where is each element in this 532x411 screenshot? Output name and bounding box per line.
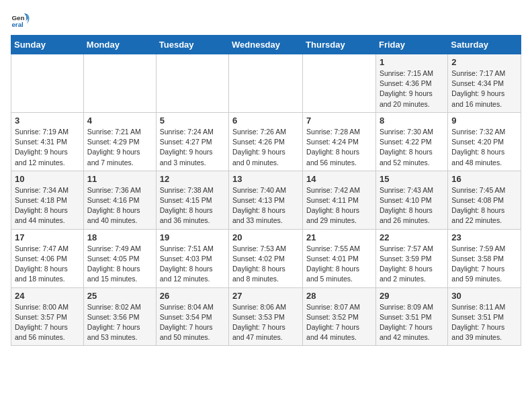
day-info: Sunrise: 7:30 AM Sunset: 4:22 PM Dayligh… <box>380 127 444 168</box>
day-number: 5 <box>160 116 225 126</box>
day-info: Sunrise: 8:02 AM Sunset: 3:56 PM Dayligh… <box>87 302 152 343</box>
calendar-cell: 26Sunrise: 8:04 AM Sunset: 3:54 PM Dayli… <box>156 287 228 346</box>
calendar-week-row: 3Sunrise: 7:19 AM Sunset: 4:31 PM Daylig… <box>11 112 521 171</box>
day-info: Sunrise: 8:09 AM Sunset: 3:51 PM Dayligh… <box>380 302 444 343</box>
calendar-cell: 4Sunrise: 7:21 AM Sunset: 4:29 PM Daylig… <box>83 112 156 171</box>
calendar-cell: 29Sunrise: 8:09 AM Sunset: 3:51 PM Dayli… <box>375 287 447 346</box>
day-info: Sunrise: 7:43 AM Sunset: 4:10 PM Dayligh… <box>380 185 444 226</box>
day-info: Sunrise: 8:06 AM Sunset: 3:53 PM Dayligh… <box>232 302 299 343</box>
day-number: 30 <box>451 291 517 301</box>
calendar-cell: 14Sunrise: 7:42 AM Sunset: 4:11 PM Dayli… <box>303 171 376 229</box>
calendar-week-row: 24Sunrise: 8:00 AM Sunset: 3:57 PM Dayli… <box>11 287 521 346</box>
calendar-cell: 27Sunrise: 8:06 AM Sunset: 3:53 PM Dayli… <box>229 287 303 346</box>
calendar-cell: 9Sunrise: 7:32 AM Sunset: 4:20 PM Daylig… <box>448 112 521 171</box>
calendar-cell: 19Sunrise: 7:51 AM Sunset: 4:03 PM Dayli… <box>156 229 228 287</box>
weekday-header-saturday: Saturday <box>448 36 521 54</box>
day-info: Sunrise: 7:28 AM Sunset: 4:24 PM Dayligh… <box>306 127 372 168</box>
day-number: 13 <box>232 174 299 184</box>
calendar-table: SundayMondayTuesdayWednesdayThursdayFrid… <box>11 35 521 346</box>
day-info: Sunrise: 7:51 AM Sunset: 4:03 PM Dayligh… <box>160 244 225 285</box>
calendar-cell: 15Sunrise: 7:43 AM Sunset: 4:10 PM Dayli… <box>375 171 447 229</box>
day-info: Sunrise: 8:07 AM Sunset: 3:52 PM Dayligh… <box>306 302 372 343</box>
calendar-cell: 16Sunrise: 7:45 AM Sunset: 4:08 PM Dayli… <box>448 171 521 229</box>
day-number: 20 <box>232 232 299 242</box>
weekday-header-wednesday: Wednesday <box>229 36 303 54</box>
calendar-cell <box>83 54 156 113</box>
calendar-cell: 3Sunrise: 7:19 AM Sunset: 4:31 PM Daylig… <box>11 112 84 171</box>
svg-text:eral: eral <box>11 21 24 28</box>
weekday-header-monday: Monday <box>83 36 156 54</box>
calendar-cell: 18Sunrise: 7:49 AM Sunset: 4:05 PM Dayli… <box>83 229 156 287</box>
calendar-cell <box>11 54 84 113</box>
calendar-cell <box>229 54 303 113</box>
day-info: Sunrise: 7:45 AM Sunset: 4:08 PM Dayligh… <box>451 185 517 226</box>
day-number: 19 <box>160 232 225 242</box>
weekday-header-sunday: Sunday <box>11 36 84 54</box>
calendar-week-row: 1Sunrise: 7:15 AM Sunset: 4:36 PM Daylig… <box>11 54 521 113</box>
calendar-week-row: 17Sunrise: 7:47 AM Sunset: 4:06 PM Dayli… <box>11 229 521 287</box>
calendar-cell: 5Sunrise: 7:24 AM Sunset: 4:27 PM Daylig… <box>156 112 228 171</box>
day-info: Sunrise: 7:53 AM Sunset: 4:02 PM Dayligh… <box>232 244 299 285</box>
calendar-cell: 1Sunrise: 7:15 AM Sunset: 4:36 PM Daylig… <box>375 54 447 113</box>
calendar-cell: 7Sunrise: 7:28 AM Sunset: 4:24 PM Daylig… <box>303 112 376 171</box>
day-info: Sunrise: 7:32 AM Sunset: 4:20 PM Dayligh… <box>451 127 517 168</box>
day-number: 7 <box>306 116 372 126</box>
day-number: 28 <box>306 291 372 301</box>
page-header: Gen eral <box>11 11 521 30</box>
day-info: Sunrise: 7:42 AM Sunset: 4:11 PM Dayligh… <box>306 185 372 226</box>
calendar-cell: 11Sunrise: 7:36 AM Sunset: 4:16 PM Dayli… <box>83 171 156 229</box>
calendar-cell: 13Sunrise: 7:40 AM Sunset: 4:13 PM Dayli… <box>229 171 303 229</box>
day-number: 1 <box>380 57 444 67</box>
day-number: 4 <box>87 116 152 126</box>
day-info: Sunrise: 7:34 AM Sunset: 4:18 PM Dayligh… <box>15 185 80 226</box>
calendar-cell: 12Sunrise: 7:38 AM Sunset: 4:15 PM Dayli… <box>156 171 228 229</box>
day-info: Sunrise: 7:59 AM Sunset: 3:58 PM Dayligh… <box>451 244 517 285</box>
day-number: 16 <box>451 174 517 184</box>
day-info: Sunrise: 7:15 AM Sunset: 4:36 PM Dayligh… <box>380 68 444 109</box>
day-number: 21 <box>306 232 372 242</box>
day-number: 17 <box>15 232 80 242</box>
calendar-cell: 10Sunrise: 7:34 AM Sunset: 4:18 PM Dayli… <box>11 171 84 229</box>
day-info: Sunrise: 7:47 AM Sunset: 4:06 PM Dayligh… <box>15 244 80 285</box>
day-number: 2 <box>451 57 517 67</box>
calendar-cell: 6Sunrise: 7:26 AM Sunset: 4:26 PM Daylig… <box>229 112 303 171</box>
day-info: Sunrise: 7:21 AM Sunset: 4:29 PM Dayligh… <box>87 127 152 168</box>
day-number: 8 <box>380 116 444 126</box>
day-number: 3 <box>15 116 80 126</box>
day-info: Sunrise: 7:36 AM Sunset: 4:16 PM Dayligh… <box>87 185 152 226</box>
weekday-header-tuesday: Tuesday <box>156 36 228 54</box>
day-info: Sunrise: 7:40 AM Sunset: 4:13 PM Dayligh… <box>232 185 299 226</box>
day-info: Sunrise: 7:17 AM Sunset: 4:34 PM Dayligh… <box>451 68 517 109</box>
day-number: 22 <box>380 232 444 242</box>
day-number: 24 <box>15 291 80 301</box>
day-info: Sunrise: 7:38 AM Sunset: 4:15 PM Dayligh… <box>160 185 225 226</box>
day-number: 10 <box>15 174 80 184</box>
day-number: 26 <box>160 291 225 301</box>
day-number: 12 <box>160 174 225 184</box>
day-info: Sunrise: 7:26 AM Sunset: 4:26 PM Dayligh… <box>232 127 299 168</box>
calendar-cell: 28Sunrise: 8:07 AM Sunset: 3:52 PM Dayli… <box>303 287 376 346</box>
calendar-cell: 30Sunrise: 8:11 AM Sunset: 3:51 PM Dayli… <box>448 287 521 346</box>
calendar-cell: 22Sunrise: 7:57 AM Sunset: 3:59 PM Dayli… <box>375 229 447 287</box>
calendar-cell: 24Sunrise: 8:00 AM Sunset: 3:57 PM Dayli… <box>11 287 84 346</box>
calendar-cell: 2Sunrise: 7:17 AM Sunset: 4:34 PM Daylig… <box>448 54 521 113</box>
day-number: 18 <box>87 232 152 242</box>
day-number: 15 <box>380 174 444 184</box>
day-info: Sunrise: 7:55 AM Sunset: 4:01 PM Dayligh… <box>306 244 372 285</box>
logo: Gen eral <box>11 11 32 30</box>
day-number: 14 <box>306 174 372 184</box>
weekday-header-friday: Friday <box>375 36 447 54</box>
calendar-cell: 17Sunrise: 7:47 AM Sunset: 4:06 PM Dayli… <box>11 229 84 287</box>
calendar-header-row: SundayMondayTuesdayWednesdayThursdayFrid… <box>11 36 521 54</box>
day-info: Sunrise: 8:04 AM Sunset: 3:54 PM Dayligh… <box>160 302 225 343</box>
day-number: 27 <box>232 291 299 301</box>
day-info: Sunrise: 7:19 AM Sunset: 4:31 PM Dayligh… <box>15 127 80 168</box>
day-info: Sunrise: 7:24 AM Sunset: 4:27 PM Dayligh… <box>160 127 225 168</box>
calendar-cell: 23Sunrise: 7:59 AM Sunset: 3:58 PM Dayli… <box>448 229 521 287</box>
day-number: 29 <box>380 291 444 301</box>
day-number: 25 <box>87 291 152 301</box>
day-info: Sunrise: 8:00 AM Sunset: 3:57 PM Dayligh… <box>15 302 80 343</box>
day-number: 6 <box>232 116 299 126</box>
weekday-header-thursday: Thursday <box>303 36 376 54</box>
calendar-cell <box>156 54 228 113</box>
